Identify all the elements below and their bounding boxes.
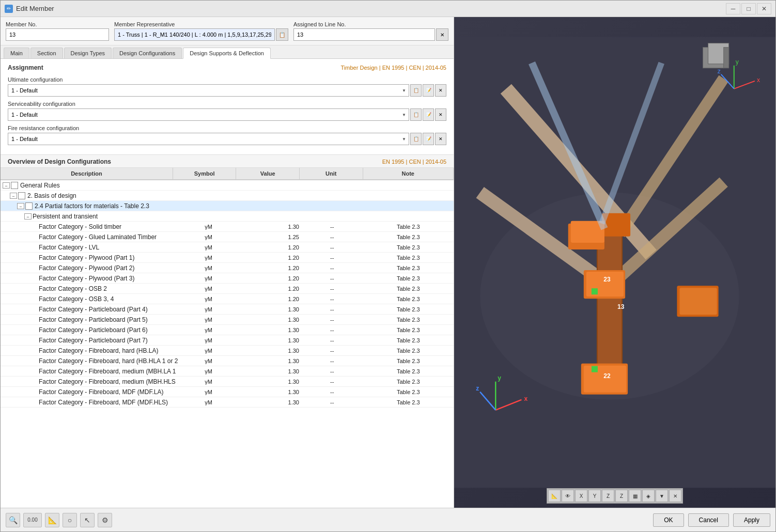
row-description: Factor Category - Particleboard (Part 4) [39,306,148,313]
serviceability-btn2[interactable]: 📝 [423,108,434,121]
serviceability-btn1[interactable]: 📋 [410,108,422,121]
table-row[interactable]: Factor Category - Fibreboard, medium (MB… [1,377,454,387]
row-description: Factor Category - Fibreboard, medium (MB… [39,368,178,375]
tree-toggle-icon[interactable]: − [17,203,24,209]
row-symbol: γM [178,378,240,386]
ultimate-btn3[interactable]: ✕ [435,84,446,97]
row-value: 1.30 [239,336,301,345]
table-row[interactable]: Factor Category - Plywood (Part 2)γM1.20… [1,263,454,273]
row-note: Table 2.3 [363,347,454,355]
row-symbol: γM [178,254,240,262]
close-button[interactable]: ✕ [757,3,771,14]
tree-checkbox[interactable] [18,192,25,199]
apply-button[interactable]: Apply [733,513,770,527]
row-unit: -- [301,274,363,283]
tree-checkbox[interactable] [11,182,18,189]
svg-text:z: z [718,68,721,75]
assigned-btn[interactable]: ✕ [436,28,448,41]
table-row[interactable]: Factor Category - Plywood (Part 3)γM1.20… [1,273,454,284]
viewport-3d[interactable]: 23 22 13 x y [454,17,775,508]
tool-btn-render[interactable]: 👁 [562,490,574,502]
bottom-icon-measure[interactable]: 📐 [45,513,59,527]
table-row[interactable]: Factor Category - Fibreboard, MDF (MDF.L… [1,387,454,397]
ultimate-select[interactable]: 1 - Default [8,84,409,97]
row-unit: -- [301,357,363,365]
table-row[interactable]: Factor Category - Solid timberγM1.30--Ta… [1,222,454,232]
member-rep-btn[interactable]: 📋 [276,28,288,41]
fire-btn3[interactable]: ✕ [435,133,446,145]
row-value: 1.20 [239,264,301,272]
row-symbol: γM [178,295,240,303]
tree-toggle-icon[interactable]: − [10,193,17,199]
tool-btn-y[interactable]: Y [588,490,601,502]
tree-toggle-icon[interactable]: − [3,182,10,189]
ok-button[interactable]: OK [653,513,684,527]
tool-btn-view[interactable]: 📐 [548,490,561,502]
table-row[interactable]: Factor Category - Fibreboard, hard (HB.L… [1,346,454,356]
table-row[interactable]: Factor Category - LVLγM1.20--Table 2.3 [1,242,454,253]
table-row[interactable]: Factor Category - Fibreboard, MDF (MDF.H… [1,397,454,408]
fire-btn1[interactable]: 📋 [410,133,422,145]
table-row[interactable]: −2.4 Partial factors for materials - Tab… [1,201,454,211]
fire-config-row: Fire resistance configuration 1 - Defaul… [8,125,446,145]
row-unit: -- [301,243,363,252]
table-row[interactable]: Factor Category - Plywood (Part 1)γM1.20… [1,253,454,263]
bottom-icon-search[interactable]: 🔍 [6,513,20,527]
col-unit: Unit [300,168,363,179]
ultimate-btn2[interactable]: 📝 [423,84,434,97]
tab-main[interactable]: Main [4,48,29,58]
assigned-input[interactable] [293,28,435,41]
member-no-input[interactable] [6,28,109,41]
tool-btn-display[interactable]: ▦ [629,490,641,502]
table-body[interactable]: −General Rules−2. Basis of design−2.4 Pa… [1,180,454,508]
table-row[interactable]: Factor Category - Fibreboard, hard (HB.H… [1,356,454,366]
assigned-field: Assigned to Line No. ✕ [293,21,448,41]
tab-design-types[interactable]: Design Types [64,48,112,58]
cancel-button[interactable]: Cancel [688,513,729,527]
tab-design-configurations[interactable]: Design Configurations [113,48,182,58]
table-row[interactable]: Factor Category - Particleboard (Part 7)… [1,335,454,346]
serviceability-config-label: Serviceability configuration [8,101,446,107]
tool-btn-more[interactable]: ▼ [656,490,668,502]
tree-checkbox[interactable] [25,202,33,210]
table-row[interactable]: −Persistent and transient [1,211,454,222]
table-row[interactable]: Factor Category - Particleboard (Part 4)… [1,304,454,315]
bottom-icon-circle[interactable]: ○ [63,513,77,527]
row-symbol: γM [178,305,240,314]
tool-btn-x[interactable]: X [575,490,587,502]
fire-select[interactable]: 1 - Default [8,133,409,145]
bottom-icon-value[interactable]: 0.00 [23,513,42,527]
serviceability-select[interactable]: 1 - Default [8,108,409,121]
tool-btn-close[interactable]: ✕ [669,490,681,502]
table-row[interactable]: Factor Category - Particleboard (Part 6)… [1,325,454,335]
table-row[interactable]: Factor Category - Glued Laminated Timber… [1,232,454,242]
tab-design-supports[interactable]: Design Supports & Deflection [183,48,271,59]
maximize-button[interactable]: □ [741,3,756,14]
table-row[interactable]: Factor Category - Fibreboard, medium (MB… [1,366,454,377]
row-value [239,195,301,197]
member-rep-label: Member Representative [114,21,288,27]
table-row[interactable]: Factor Category - OSB 3, 4γM1.20--Table … [1,294,454,304]
bottom-icon-pointer[interactable]: ↖ [80,513,95,527]
header-section: Member No. Member Representative 📋 Assig… [1,17,454,45]
bottom-icon-settings[interactable]: ⚙ [98,513,112,527]
table-row[interactable]: Factor Category - Particleboard (Part 5)… [1,315,454,325]
minimize-button[interactable]: ─ [726,3,740,14]
serviceability-btn3[interactable]: ✕ [435,108,446,121]
row-unit: -- [301,285,363,293]
window-icon: ✏ [5,5,13,13]
ultimate-btn1[interactable]: 📋 [410,84,422,97]
row-symbol: γM [178,367,240,375]
tree-toggle-icon[interactable]: − [24,213,32,220]
row-note: Table 2.3 [363,326,454,334]
table-row[interactable]: −2. Basis of design [1,191,454,201]
fire-btn2[interactable]: 📝 [423,133,434,145]
tool-btn-3d[interactable]: ◈ [642,490,655,502]
tool-btn-z2[interactable]: Z [615,490,628,502]
tool-btn-z[interactable]: Z [602,490,614,502]
table-row[interactable]: −General Rules [1,180,454,191]
member-rep-input[interactable] [114,28,275,41]
tab-section[interactable]: Section [30,48,63,58]
row-symbol: γM [178,326,240,334]
table-row[interactable]: Factor Category - OSB 2γM1.20--Table 2.3 [1,284,454,294]
